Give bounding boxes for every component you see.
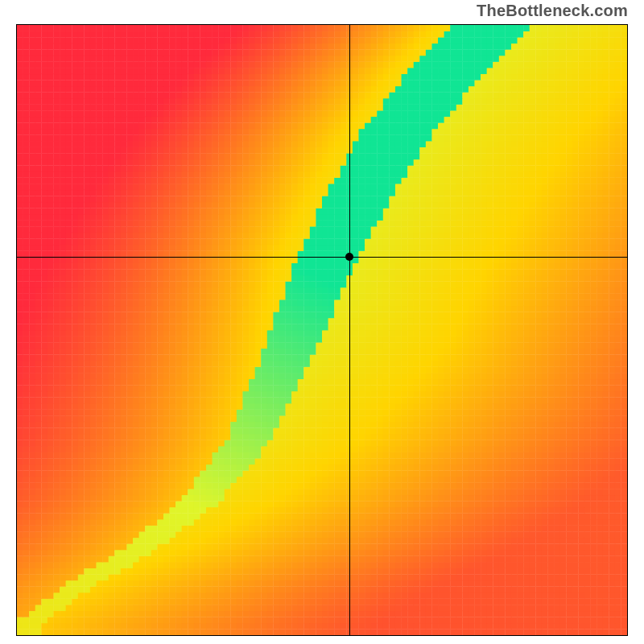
svg-rect-8634 (225, 105, 231, 111)
svg-rect-7291 (572, 190, 579, 196)
svg-rect-7092 (578, 202, 584, 208)
svg-rect-6969 (438, 208, 444, 214)
svg-rect-6915 (109, 208, 115, 214)
svg-rect-7388 (554, 184, 560, 190)
svg-rect-5498 (615, 299, 621, 306)
svg-rect-8053 (341, 141, 347, 147)
svg-rect-2694 (591, 470, 597, 477)
svg-rect-1316 (114, 550, 121, 556)
svg-rect-3570 (444, 415, 451, 422)
svg-rect-8330 (200, 122, 206, 129)
svg-rect-4767 (426, 342, 432, 349)
svg-rect-7975 (475, 147, 481, 154)
svg-rect-2964 (407, 452, 414, 459)
svg-rect-5614 (102, 287, 109, 294)
svg-rect-6735 (230, 221, 237, 227)
svg-rect-9499 (621, 56, 627, 62)
svg-rect-9949 (316, 25, 322, 31)
svg-rect-4485 (535, 361, 542, 367)
svg-rect-2776 (481, 464, 487, 471)
svg-rect-5166 (419, 318, 426, 324)
svg-rect-3621 (145, 410, 151, 416)
svg-rect-7014 (102, 202, 109, 208)
svg-rect-7221 (145, 190, 151, 196)
svg-rect-6126 (175, 257, 182, 263)
svg-rect-7514 (102, 171, 109, 178)
svg-rect-4364 (407, 366, 414, 373)
svg-rect-8662 (395, 105, 402, 111)
svg-rect-6087 (547, 263, 554, 270)
svg-rect-1811 (84, 519, 90, 526)
svg-rect-1473 (462, 543, 469, 550)
svg-rect-9439 (255, 56, 262, 62)
svg-rect-168 (431, 623, 438, 630)
svg-rect-5602 (29, 287, 35, 294)
svg-rect-2079 (499, 507, 506, 514)
svg-rect-2809 (72, 458, 78, 464)
svg-rect-3696 (603, 410, 609, 416)
svg-rect-6775 (475, 221, 481, 227)
svg-rect-2785 (535, 464, 542, 471)
svg-rect-6902 (29, 208, 35, 214)
svg-rect-6687 (547, 226, 554, 233)
svg-rect-3003 (35, 446, 42, 452)
svg-rect-9587 (547, 49, 554, 56)
svg-rect-5679 (499, 287, 506, 294)
svg-rect-7358 (371, 184, 378, 190)
svg-rect-8234 (225, 129, 231, 135)
svg-rect-2475 (475, 483, 481, 489)
svg-rect-275 (475, 617, 481, 623)
svg-rect-4775 (475, 342, 481, 349)
svg-rect-3442 (273, 422, 279, 428)
svg-rect-221 (145, 617, 151, 623)
svg-rect-702 (29, 586, 35, 592)
svg-rect-4348 (310, 366, 316, 373)
svg-rect-4426 (175, 361, 182, 367)
svg-rect-8036 (237, 141, 243, 147)
svg-rect-4998 (615, 330, 621, 336)
svg-rect-7385 (535, 184, 542, 190)
svg-rect-3368 (431, 427, 438, 434)
svg-rect-8155 (353, 134, 359, 141)
svg-rect-9394 (591, 61, 597, 68)
svg-rect-2735 (230, 464, 237, 471)
svg-rect-8683 (523, 105, 530, 111)
svg-rect-4176 (481, 379, 487, 386)
svg-rect-8413 (97, 117, 103, 123)
svg-rect-7734 (225, 159, 231, 166)
svg-rect-8580 (505, 110, 511, 117)
svg-rect-6979 (499, 208, 506, 214)
svg-rect-715 (109, 586, 115, 592)
svg-rect-7008 (66, 202, 72, 208)
svg-rect-6453 (341, 238, 347, 245)
svg-rect-5748 (310, 281, 316, 287)
svg-rect-1852 (334, 519, 341, 526)
svg-rect-4612 (90, 349, 97, 355)
svg-rect-2816 (114, 458, 121, 464)
svg-rect-9414 (102, 56, 109, 62)
svg-rect-286 (542, 617, 548, 623)
svg-rect-1938 (249, 513, 255, 519)
svg-rect-9770 (444, 37, 451, 43)
svg-rect-1679 (499, 531, 506, 538)
svg-rect-4621 (145, 349, 151, 355)
svg-rect-9090 (566, 80, 572, 86)
svg-rect-8946 (298, 86, 304, 93)
svg-rect-7568 (431, 171, 438, 178)
svg-rect-5735 (230, 281, 237, 287)
svg-rect-4184 (530, 379, 536, 386)
svg-rect-2692 (578, 470, 584, 477)
svg-rect-1169 (438, 562, 444, 568)
svg-rect-531 (206, 599, 213, 605)
svg-rect-649 (316, 592, 322, 599)
svg-rect-7009 (72, 202, 78, 208)
svg-rect-1750 (322, 526, 328, 532)
svg-rect-407 (60, 605, 66, 611)
svg-rect-7998 (615, 147, 621, 154)
svg-rect-5224 (163, 312, 170, 318)
svg-rect-6568 (431, 233, 438, 239)
svg-rect-958 (371, 574, 378, 580)
svg-rect-4323 (157, 366, 163, 373)
svg-rect-9112 (90, 74, 97, 80)
svg-rect-2826 (175, 458, 182, 464)
